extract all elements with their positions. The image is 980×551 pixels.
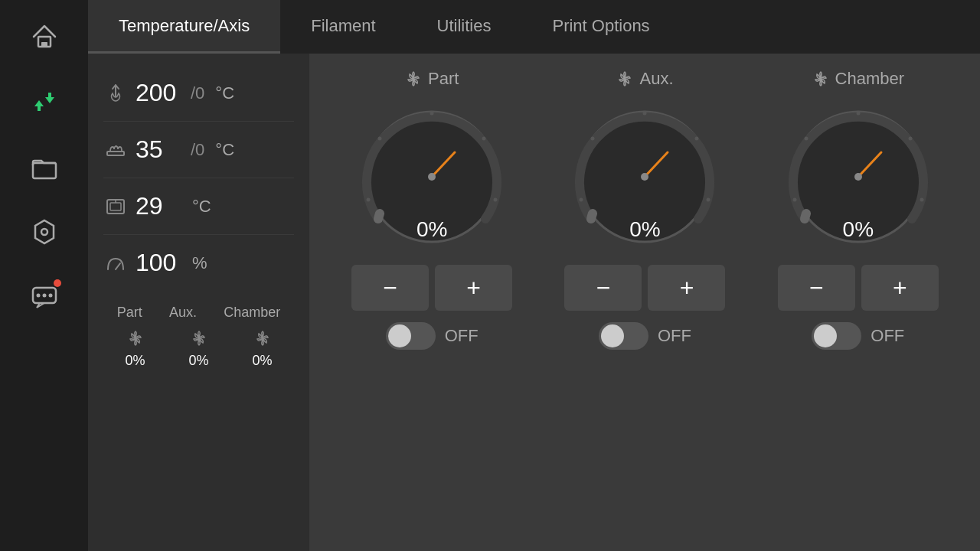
fan-spin-icon-aux xyxy=(616,70,633,87)
nozzle-temp-target: /0 xyxy=(191,83,204,103)
fan-toggle-label-part: OFF xyxy=(445,326,479,346)
svg-point-41 xyxy=(854,173,862,181)
fan-icon-part xyxy=(127,330,144,347)
left-panel: 200 /0 °C 35 /0 °C xyxy=(88,54,310,551)
fan-toggle-label-aux: OFF xyxy=(658,326,691,346)
sidebar-item-settings[interactable] xyxy=(23,210,65,253)
fan-control-part: Part xyxy=(333,69,531,536)
svg-point-35 xyxy=(856,112,860,116)
chamber-temp-row: 29 °C xyxy=(103,178,294,235)
fan-icon-chamber xyxy=(254,330,271,347)
gauge-chamber: 0% xyxy=(782,100,935,253)
svg-point-33 xyxy=(641,173,648,181)
svg-point-11 xyxy=(42,293,46,297)
fan-control-chamber: Chamber xyxy=(760,69,957,536)
fan-table-headers: Part Aux. Chamber xyxy=(103,298,294,327)
sidebar-item-files[interactable] xyxy=(23,145,65,187)
fan-value-aux: 0% xyxy=(188,353,208,369)
bed-icon xyxy=(103,139,128,161)
tab-filament[interactable]: Filament xyxy=(280,0,406,54)
gauge-chamber-percent: 0% xyxy=(843,217,874,242)
fan-plus-aux[interactable]: + xyxy=(648,265,725,311)
tab-print-options[interactable]: Print Options xyxy=(521,0,680,54)
fan-controls-container: Part xyxy=(333,69,957,536)
fan-toggle-chamber[interactable] xyxy=(812,322,861,350)
fan-toggle-aux[interactable] xyxy=(599,322,648,350)
fan-value-chamber: 0% xyxy=(252,353,272,369)
svg-rect-15 xyxy=(110,203,121,210)
svg-point-23 xyxy=(378,137,382,141)
fan-minus-aux[interactable]: − xyxy=(564,265,642,311)
svg-point-38 xyxy=(792,198,796,202)
nozzle-temp-unit: °C xyxy=(215,83,234,103)
fan-buttons-part: − + xyxy=(351,265,512,311)
sidebar-item-messages[interactable] xyxy=(23,276,65,318)
svg-point-22 xyxy=(367,198,371,202)
gauge-aux: 0% xyxy=(568,100,721,253)
fan-icon-aux xyxy=(191,330,207,347)
fan-buttons-chamber: − + xyxy=(778,265,939,311)
speed-unit: % xyxy=(192,253,207,273)
svg-rect-13 xyxy=(107,152,124,155)
bed-temp-value: 35 xyxy=(136,135,181,164)
chamber-icon xyxy=(103,196,128,217)
fan-label-chamber: Chamber xyxy=(812,69,904,89)
svg-rect-6 xyxy=(33,163,56,178)
fan-table-icons xyxy=(103,327,294,350)
sidebar-item-home[interactable] xyxy=(23,15,65,57)
svg-point-29 xyxy=(707,198,710,202)
main-content: Temperature/Axis Filament Utilities Prin… xyxy=(88,0,980,551)
tab-utilities[interactable]: Utilities xyxy=(407,0,522,54)
fan-label-aux: Aux. xyxy=(616,69,673,89)
toggle-knob-aux xyxy=(601,324,624,347)
fan-plus-chamber[interactable]: + xyxy=(861,265,939,311)
svg-rect-5 xyxy=(48,93,51,99)
svg-point-21 xyxy=(494,198,498,202)
content-area: 200 /0 °C 35 /0 °C xyxy=(88,54,980,551)
fan-header-chamber: Chamber xyxy=(224,305,280,321)
speed-value: 100 xyxy=(136,249,181,277)
fan-toggle-row-aux: OFF xyxy=(599,322,691,350)
gauge-part: 0% xyxy=(355,100,508,253)
svg-rect-4 xyxy=(38,105,41,111)
fan-header-part: Part xyxy=(117,305,142,321)
svg-point-31 xyxy=(591,137,595,141)
nozzle-icon xyxy=(103,83,128,104)
right-panel: Part xyxy=(310,54,980,551)
bed-temp-row: 35 /0 °C xyxy=(103,122,294,178)
gauge-aux-percent: 0% xyxy=(629,217,660,242)
sidebar-item-axis[interactable] xyxy=(23,80,65,122)
fan-header-aux: Aux. xyxy=(169,305,197,321)
fan-buttons-aux: − + xyxy=(564,265,725,311)
chamber-temp-value: 29 xyxy=(136,192,181,220)
svg-point-19 xyxy=(430,112,434,116)
fan-minus-part[interactable]: − xyxy=(351,265,429,311)
toggle-knob-part xyxy=(388,324,411,347)
fan-table: Part Aux. Chamber 0% 0% 0% xyxy=(103,298,294,372)
fan-label-part: Part xyxy=(405,69,459,89)
svg-point-10 xyxy=(36,293,40,297)
svg-point-30 xyxy=(580,198,583,202)
tab-temperature-axis[interactable]: Temperature/Axis xyxy=(88,0,280,54)
fan-toggle-label-chamber: OFF xyxy=(871,326,904,346)
fan-plus-part[interactable]: + xyxy=(435,265,512,311)
fan-toggle-row-chamber: OFF xyxy=(812,322,904,350)
nozzle-temp-value: 200 xyxy=(136,79,181,107)
svg-point-28 xyxy=(695,137,699,141)
svg-point-25 xyxy=(428,173,436,181)
fan-value-part: 0% xyxy=(125,353,145,369)
fan-toggle-row-part: OFF xyxy=(386,322,479,350)
fan-spin-icon-part xyxy=(405,70,422,87)
svg-point-39 xyxy=(804,137,808,141)
speed-row: 100 % xyxy=(103,235,294,291)
nozzle-temp-row: 200 /0 °C xyxy=(103,65,294,122)
fan-minus-chamber[interactable]: − xyxy=(778,265,855,311)
fan-spin-icon-chamber xyxy=(812,70,829,87)
svg-point-20 xyxy=(482,137,486,141)
chamber-temp-unit: °C xyxy=(192,197,211,217)
svg-line-17 xyxy=(116,263,120,269)
notification-dot xyxy=(54,279,61,287)
toggle-knob-chamber xyxy=(814,324,837,347)
svg-point-8 xyxy=(41,229,47,235)
fan-toggle-part[interactable] xyxy=(386,322,436,350)
